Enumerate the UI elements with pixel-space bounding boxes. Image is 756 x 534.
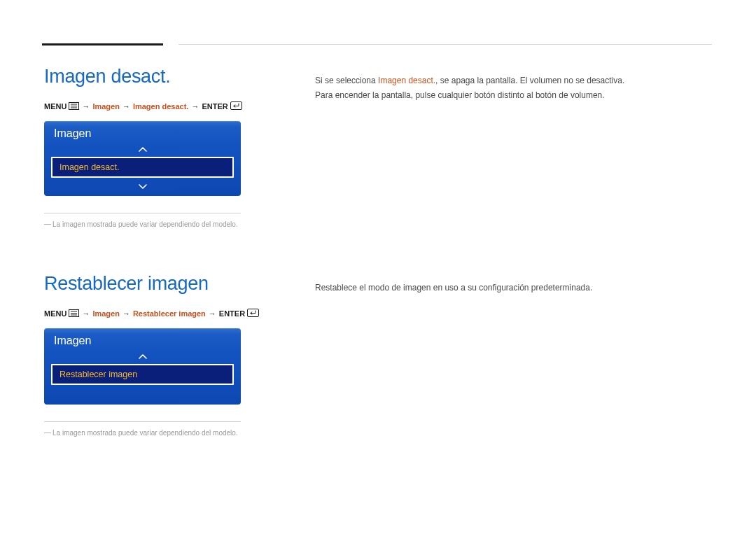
left-column: Imagen desact. MENU → Imagen → Imagen de…: [44, 66, 315, 228]
osd-up-arrow: [44, 351, 241, 364]
enter-icon: [247, 309, 259, 318]
thin-rule: [44, 421, 241, 422]
text: Si se selecciona: [315, 76, 378, 85]
footnote: La imagen mostrada puede variar dependie…: [44, 429, 294, 437]
enter-label: ENTER: [219, 309, 245, 318]
highlight-text: Imagen desact.: [378, 76, 435, 85]
section-restablecer-imagen: Restablecer imagen MENU → Imagen → Resta…: [44, 273, 712, 437]
path-step-1: Imagen: [92, 309, 120, 318]
osd-panel: Imagen Imagen desact.: [44, 121, 241, 196]
menu-icon: [69, 102, 79, 111]
text: , se apaga la pantalla. El volumen no se…: [435, 76, 624, 85]
document-page: Imagen desact. MENU → Imagen → Imagen de…: [0, 0, 756, 534]
section-title: Imagen desact.: [44, 66, 294, 87]
arrow-icon: →: [122, 102, 131, 111]
thin-rule: [44, 213, 241, 213]
path-step-2: Imagen desact.: [133, 102, 188, 111]
body-line-1: Restablece el modo de imagen en uso a su…: [315, 281, 712, 295]
osd-panel-title: Imagen: [44, 328, 241, 351]
path-step-2: Restablecer imagen: [133, 309, 206, 318]
path-step-1: Imagen: [92, 102, 120, 111]
osd-up-arrow: [44, 144, 241, 157]
menu-path: MENU → Imagen → Imagen desact. → ENTER: [44, 101, 294, 111]
arrow-icon: →: [208, 309, 217, 318]
osd-selected-item: Restablecer imagen: [51, 364, 234, 385]
body-line-2: Para encender la pantalla, pulse cualqui…: [315, 89, 712, 102]
top-divider: [178, 44, 712, 45]
arrow-icon: →: [81, 102, 90, 111]
osd-selected-item: Imagen desact.: [51, 157, 234, 178]
menu-label: MENU: [44, 102, 66, 111]
footnote: La imagen mostrada puede variar dependie…: [44, 220, 294, 228]
arrow-icon: →: [122, 309, 131, 318]
body-line-1: Si se selecciona Imagen desact., se apag…: [315, 74, 712, 87]
arrow-icon: →: [190, 102, 200, 111]
menu-label: MENU: [44, 309, 66, 318]
menu-icon: [69, 309, 79, 318]
section-title: Restablecer imagen: [44, 273, 294, 295]
enter-label: ENTER: [202, 102, 227, 111]
right-column: Si se selecciona Imagen desact., se apag…: [315, 66, 712, 103]
section-imagen-desact: Imagen desact. MENU → Imagen → Imagen de…: [44, 66, 712, 228]
enter-icon: [230, 101, 242, 111]
left-column: Restablecer imagen MENU → Imagen → Resta…: [44, 273, 315, 437]
right-column: Restablece el modo de imagen en uso a su…: [315, 273, 712, 296]
osd-panel-title: Imagen: [44, 121, 241, 144]
chapter-bar: [42, 43, 163, 45]
osd-down-arrow: [44, 178, 241, 190]
menu-path: MENU → Imagen → Restablecer imagen → ENT…: [44, 309, 294, 318]
osd-panel: Imagen Restablecer imagen: [44, 328, 241, 405]
arrow-icon: →: [81, 309, 90, 318]
